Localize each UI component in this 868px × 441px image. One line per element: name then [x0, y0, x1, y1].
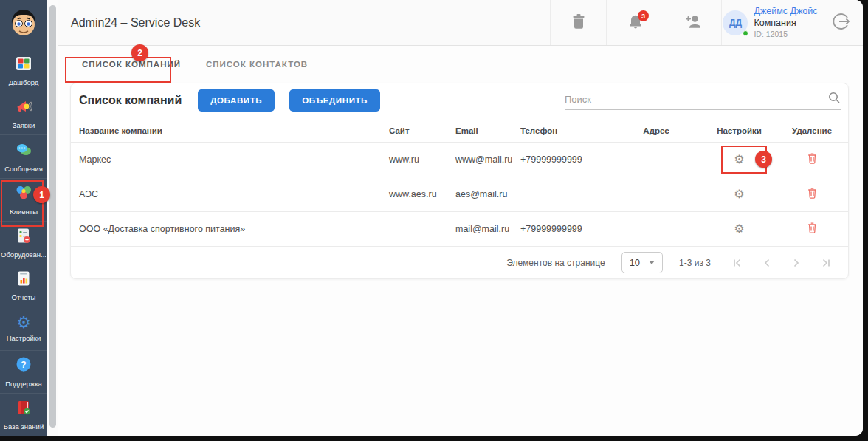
sidebar-item-reports[interactable]: Отчеты [0, 264, 47, 307]
svg-text:?: ? [21, 359, 26, 369]
sidebar-item-clients[interactable]: Клиенты [0, 178, 47, 221]
cell-phone: +79999999999 [512, 143, 608, 177]
row-delete-button[interactable] [806, 187, 819, 202]
search-field [565, 91, 841, 110]
sidebar-item-settings[interactable]: ⚙ Настройки [0, 307, 47, 349]
search-icon [827, 91, 841, 107]
sidebar-item-support[interactable]: ? Поддержка [0, 350, 47, 393]
table-row: Маркес www.ru www@mail.ru +79999999999 ⚙ [71, 143, 849, 177]
sidebar-item-label: Поддержка [5, 380, 42, 388]
cell-email: aes@mail.ru [447, 177, 512, 212]
user-face-icon [8, 7, 39, 41]
last-page-button[interactable] [820, 257, 832, 269]
table-row: АЭС www.aes.ru aes@mail.ru ⚙ [71, 177, 849, 212]
col-company-name: Название компании [71, 120, 381, 143]
merge-companies-button[interactable]: ОБЪЕДИНИТЬ [289, 89, 380, 112]
cell-email: mail@mail.ru [447, 212, 512, 247]
user-id: ID: 12015 [754, 30, 817, 39]
row-gear-icon: ⚙ [734, 151, 744, 168]
trash-icon [569, 12, 588, 34]
col-email: Email [447, 120, 512, 143]
cell-phone [512, 177, 608, 212]
first-page-button[interactable] [731, 257, 743, 269]
pager-controls [731, 257, 832, 269]
next-page-button[interactable] [790, 257, 802, 269]
chat-icon [15, 141, 32, 162]
sidebar-item-tickets[interactable]: Заявки [0, 92, 47, 134]
row-trash-icon [806, 187, 819, 202]
add-user-icon [683, 12, 703, 34]
search-input[interactable] [565, 94, 827, 105]
row-gear-icon: ⚙ [734, 221, 744, 237]
cell-email: www@mail.ru [447, 143, 512, 177]
logout-icon [831, 11, 852, 35]
reports-icon [15, 270, 32, 290]
user-company: Компания [754, 18, 817, 30]
col-delete: Удаление [774, 120, 849, 143]
sidebar-avatar[interactable] [0, 0, 47, 49]
sidebar-item-label: База знаний [4, 423, 44, 431]
online-status-dot [743, 30, 748, 36]
sidebar-item-label: Настройки [7, 334, 41, 342]
sidebar-item-messages[interactable]: Сообщения [0, 134, 47, 177]
cell-company-name: Маркес [71, 143, 381, 177]
sidebar-item-knowledge-base[interactable]: База знаний [0, 393, 47, 436]
cell-address [608, 143, 704, 177]
table-header-row: Название компании Сайт Email Телефон Адр… [71, 120, 849, 143]
user-avatar: ДД [723, 10, 748, 35]
row-gear-icon: ⚙ [734, 186, 744, 202]
sidebar-item-label: Дашборд [9, 78, 39, 86]
equipment-icon [15, 227, 32, 247]
cell-address [608, 177, 704, 212]
screenshot-frame: Дашборд Заявки [0, 0, 868, 441]
cell-address [608, 212, 704, 247]
col-address: Адрес [608, 120, 704, 143]
per-page-value: 10 [630, 257, 640, 268]
book-icon [15, 399, 32, 420]
add-company-button[interactable]: ДОБАВИТЬ [198, 89, 275, 112]
row-settings-button[interactable]: ⚙ [734, 151, 744, 168]
sidebar-item-dashboard[interactable]: Дашборд [0, 49, 47, 92]
user-initials: ДД [729, 18, 742, 28]
col-phone: Телефон [512, 120, 608, 143]
tab-company-list[interactable]: СПИСОК КОМПАНИЙ [69, 52, 193, 76]
main-area: Admin24 – Service Desk [58, 0, 863, 436]
top-header: Admin24 – Service Desk [58, 0, 863, 46]
dashboard-icon [15, 55, 32, 75]
col-site: Сайт [381, 120, 447, 143]
header-logout-button[interactable] [819, 0, 863, 45]
row-settings-button[interactable]: ⚙ [734, 221, 744, 237]
sidebar-item-equipment[interactable]: Оборудован... [0, 221, 47, 264]
col-settings: Настройки [704, 120, 774, 143]
sidebar-scrollbar[interactable] [47, 0, 58, 436]
companies-table: Название компании Сайт Email Телефон Адр… [71, 120, 849, 246]
tab-bar: СПИСОК КОМПАНИЙ СПИСОК КОНТАКТОВ [58, 46, 863, 83]
prev-page-button[interactable] [761, 257, 773, 269]
scrollbar-thumb[interactable] [49, 5, 56, 428]
row-delete-button[interactable] [806, 152, 819, 167]
header-notifications-button[interactable]: 3 [606, 0, 664, 45]
row-settings-button[interactable]: ⚙ [734, 186, 744, 202]
clients-icon [15, 184, 32, 205]
sidebar-item-label: Заявки [13, 121, 35, 129]
question-icon: ? [15, 356, 32, 377]
cell-phone: +79999999999 [512, 212, 608, 247]
row-delete-button[interactable] [806, 222, 819, 236]
page-range-label: 1-3 из 3 [679, 258, 711, 268]
header-trash-button[interactable] [550, 0, 606, 45]
sidebar-item-label: Отчеты [12, 293, 36, 301]
row-trash-icon [806, 222, 819, 236]
sidebar-item-label: Оборудован... [1, 250, 46, 259]
sidebar-item-label: Сообщения [4, 165, 43, 173]
cell-site [381, 212, 447, 247]
header-add-user-button[interactable] [664, 0, 721, 45]
panel-header: Список компаний ДОБАВИТЬ ОБЪЕДИНИТЬ [71, 86, 848, 115]
items-per-page-label: Элементов на странице [506, 258, 604, 268]
cell-site: www.ru [381, 143, 447, 177]
pagination-bar: Элементов на странице 10 1-3 из 3 [71, 246, 848, 278]
header-user-menu[interactable]: ДД Джеймс Джойс Компания ID: 12015 [721, 0, 819, 45]
user-name-link[interactable]: Джеймс Джойс [754, 6, 817, 18]
tab-contact-list[interactable]: СПИСОК КОНТАКТОВ [193, 52, 320, 76]
cell-company-name: АЭС [71, 177, 381, 212]
per-page-select[interactable]: 10 [621, 252, 663, 273]
